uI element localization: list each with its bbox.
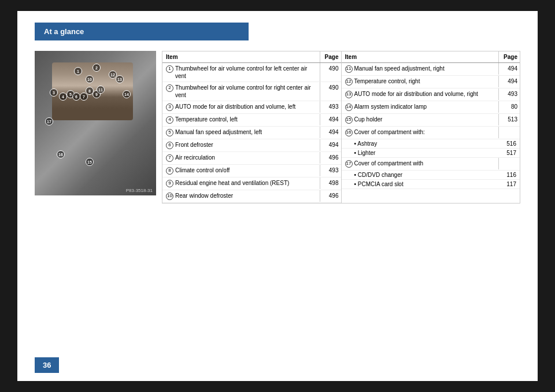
item-number: 6	[166, 142, 173, 149]
item-number: 9	[166, 180, 173, 187]
row-item: 13 AUTO mode for air distribution and vo…	[342, 88, 500, 100]
row-page: 513	[499, 114, 520, 125]
row-item: 6 Front defroster	[162, 139, 320, 151]
item-text: AUTO mode for air distribution and volum…	[354, 90, 495, 98]
left-table: Item Page 1 Thumbwheel for air volume co…	[162, 51, 342, 204]
diagram-dot-15: 15	[86, 158, 94, 166]
table-row: 7 Air recirculation 496	[162, 152, 341, 165]
row-item: 1 Thumbwheel for air volume control for …	[162, 63, 320, 82]
item-number: 14	[345, 103, 353, 111]
row-item: 11 Manual fan speed adjustment, right	[342, 63, 500, 75]
table-row: 8 Climate control on/off 493	[162, 165, 341, 177]
item-text: Air recirculation	[175, 154, 316, 161]
bullet-row: • Ashtray 516	[342, 139, 520, 149]
item-text: Thumbwheel for air volume control for ri…	[175, 84, 316, 99]
diagram-dot-11: 11	[97, 86, 105, 94]
row-item: 16 Cover of compartment with:	[342, 127, 500, 138]
row-page: 494	[499, 63, 520, 74]
row-item: 8 Climate control on/off	[162, 165, 320, 176]
item-number: 10	[166, 193, 173, 200]
row-item: 12 Temperature control, right	[342, 76, 500, 87]
item-text: Manual fan speed adjustment, left	[175, 128, 316, 136]
table-row: 6 Front defroster 494	[162, 139, 341, 152]
bullet-page: 517	[495, 150, 516, 156]
row-page	[499, 158, 520, 161]
row-page: 493	[320, 101, 341, 112]
left-table-body: 1 Thumbwheel for air volume control for …	[162, 63, 341, 203]
row-page: 494	[320, 139, 341, 150]
diagram-dot-16: 16	[57, 150, 65, 158]
row-item: 9 Residual engine heat and ventilation (…	[162, 177, 320, 189]
diagram-dot-2: 2	[92, 64, 101, 72]
row-item: 10 Rear window defroster	[162, 190, 320, 202]
table-row: 2 Thumbwheel for air volume control for …	[162, 82, 341, 101]
tables-area: Item Page 1 Thumbwheel for air volume co…	[162, 51, 520, 204]
row-page: 494	[499, 76, 520, 87]
item-text: Climate control on/off	[175, 167, 316, 174]
row-item: 17 Cover of compartment with	[342, 158, 500, 169]
item-number: 15	[345, 116, 353, 124]
item-number: 2	[166, 84, 173, 92]
section-title: At a glance	[44, 27, 84, 36]
page-number: 36	[35, 357, 59, 373]
row-page	[499, 127, 520, 130]
content-area: 1234567891011121314151617 Item Page 1 Th…	[35, 51, 520, 204]
item-text: Front defroster	[175, 141, 316, 149]
right-header-item: Item	[342, 51, 500, 62]
bullet-text: • Lighter	[354, 150, 496, 156]
diagram-dot-10: 10	[86, 75, 94, 83]
table-row: 15 Cup holder 513	[342, 114, 520, 127]
bullet-page: 117	[495, 181, 516, 187]
row-item: 7 Air recirculation	[162, 152, 320, 164]
table-row: 5 Manual fan speed adjustment, left 494	[162, 127, 341, 139]
table-row: 3 AUTO mode for air distribution and vol…	[162, 101, 341, 114]
bullet-page: 116	[495, 172, 516, 178]
table-row: 16 Cover of compartment with:	[342, 127, 520, 139]
diagram-dot-17: 17	[45, 117, 53, 125]
diagram-dot-1: 1	[74, 67, 82, 75]
item-number: 12	[345, 78, 353, 86]
bullet-row: • PCMCIA card slot 117	[342, 180, 520, 189]
diagram-dot-4: 4	[59, 93, 67, 101]
right-header-page: Page	[499, 51, 520, 62]
table-row: 13 AUTO mode for air distribution and vo…	[342, 88, 520, 101]
section-header: At a glance	[35, 23, 249, 40]
bullet-row: • CD/DVD changer 116	[342, 171, 520, 180]
page: At a glance 1234567891011121314151617 It…	[17, 11, 538, 381]
item-number: 5	[166, 129, 173, 136]
item-number: 17	[345, 160, 353, 168]
right-table: Item Page 11 Manual fan speed adjustment…	[342, 51, 521, 204]
item-number: 7	[166, 154, 173, 162]
row-item: 4 Temperature control, left	[162, 114, 320, 125]
left-table-header: Item Page	[162, 51, 341, 63]
item-text: AUTO mode for air distribution and volum…	[175, 103, 316, 110]
bullet-text: • PCMCIA card slot	[354, 181, 496, 187]
row-item: 3 AUTO mode for air distribution and vol…	[162, 101, 320, 113]
table-row: 11 Manual fan speed adjustment, right 49…	[342, 63, 520, 76]
table-row: 14 Alarm system indicator lamp 80	[342, 101, 520, 114]
item-text: Cover of compartment with:	[354, 128, 495, 136]
right-table-header: Item Page	[342, 51, 520, 63]
row-item: 5 Manual fan speed adjustment, left	[162, 127, 320, 138]
row-page: 490	[320, 63, 341, 74]
row-page: 80	[499, 101, 520, 112]
item-number: 4	[166, 116, 173, 124]
row-page: 496	[320, 152, 341, 163]
row-item: 14 Alarm system indicator lamp	[342, 101, 500, 113]
bullet-text: • CD/DVD changer	[354, 172, 496, 178]
left-header-page: Page	[320, 51, 341, 62]
right-table-body: 11 Manual fan speed adjustment, right 49…	[342, 63, 520, 189]
row-item: 2 Thumbwheel for air volume control for …	[162, 82, 320, 101]
table-row: 4 Temperature control, left 494	[162, 114, 341, 127]
car-diagram: 1234567891011121314151617	[35, 51, 156, 195]
item-text: Manual fan speed adjustment, right	[354, 65, 495, 72]
item-number: 1	[166, 65, 173, 73]
item-text: Alarm system indicator lamp	[354, 103, 495, 110]
table-row: 12 Temperature control, right 494	[342, 76, 520, 88]
diagram-dot-13: 13	[116, 75, 124, 83]
bullet-text: • Ashtray	[354, 140, 496, 147]
item-number: 11	[345, 65, 353, 73]
row-page: 493	[499, 88, 520, 99]
left-header-item: Item	[162, 51, 320, 62]
row-page: 494	[320, 114, 341, 125]
